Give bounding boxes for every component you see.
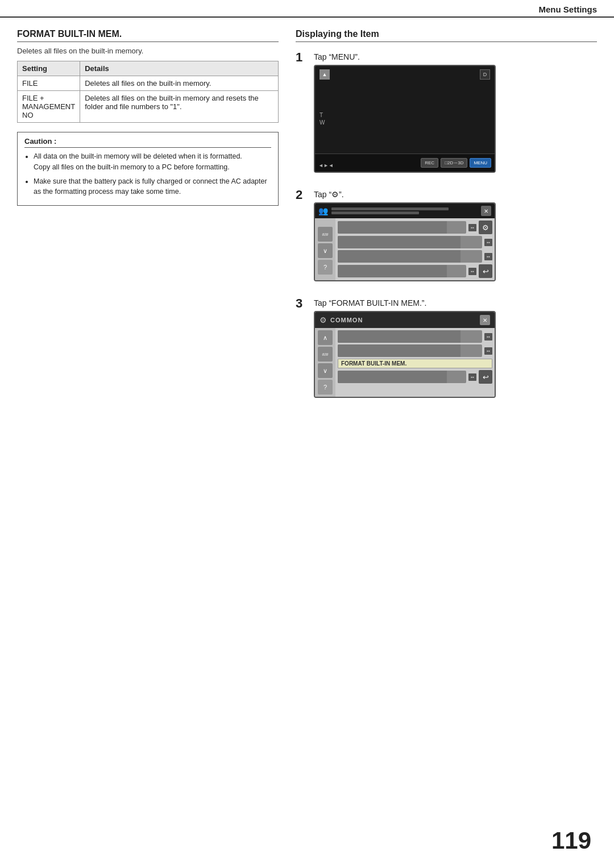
cam-tw-label: TW [320,111,325,126]
menu-close-btn[interactable]: ✕ [481,206,491,216]
nav-down-btn[interactable]: ∨ [318,243,333,258]
display-title: Displaying the Item [296,29,597,42]
caution-item-2: Make sure that the battery pack is fully… [34,176,271,198]
list-item: ▪▪ [338,236,492,248]
step-2: 2 Tap “⚙”. 👥 ✕ [296,188,597,290]
menu2-header: ⚙ COMMON ✕ [315,312,495,328]
nav-up-btn[interactable]: ∧ [318,330,333,345]
nav-question-btn-2[interactable]: ? [318,380,333,394]
list-item: ▪▪ [338,330,492,343]
nav-down-btn-2[interactable]: ∨ [318,363,333,378]
step-1-text: Tap “MENU”. [314,50,496,61]
col-details: Details [80,61,279,76]
nav-question-btn[interactable]: ? [318,260,333,275]
menu-item-bar [338,330,482,343]
list-item: ▪▪ [338,344,492,357]
step-3-num: 3 [296,297,308,310]
return-btn[interactable]: ↩ [479,264,492,278]
col-setting: Setting [18,61,80,76]
format-section-title: FORMAT BUILT-IN MEM. [17,29,279,42]
right-column: Displaying the Item 1 Tap “MENU”. ▲ D TW… [296,29,597,413]
main-content: FORMAT BUILT-IN MEM. Deletes all files o… [0,18,614,424]
nav-counter-btn[interactable]: #/# [318,227,333,242]
menu-header-bar [331,207,449,210]
cam-bottom-bar: ◄►◄ REC □2D↔3D MENU [315,153,495,172]
table-row: FILE Deletes all files on the built-in m… [18,76,279,91]
cam-rec-btn[interactable]: REC [421,158,438,168]
menu-item-badge: ▪▪ [468,268,476,275]
menu-item-badge: ▪▪ [468,373,476,381]
menu-item-bar [338,236,482,248]
caution-item-1: All data on the built-in memory will be … [34,151,271,173]
cam-top-left-icon: ▲ [320,69,330,80]
nav-counter-btn-2[interactable]: #/# [318,347,333,362]
menu-header-bars [331,207,478,214]
return-btn-2[interactable]: ↩ [479,370,492,384]
person-icon: 👥 [318,206,328,215]
table-row: FILE + MANAGEMENT NO Deletes all files o… [18,91,279,123]
menu-body-1: #/# ∨ ? ▪▪ ⚙ [315,218,495,280]
gear-btn[interactable]: ⚙ [479,221,492,234]
step-1: 1 Tap “MENU”. ▲ D TW ◄►◄ REC □2D↔3D MENU [296,50,597,182]
header-bar: Menu Settings [0,0,614,18]
details-fileplus: Deletes all files on the built-in memory… [80,91,279,123]
setting-fileplus: FILE + MANAGEMENT NO [18,91,80,123]
menu-body-2: ∧ #/# ∨ ? ▪▪ [315,328,495,397]
format-subtitle: Deletes all files on the built-in memory… [17,47,279,55]
step-2-num: 2 [296,189,308,201]
menu-item-bar [338,221,466,234]
menu-item-bar [338,371,466,383]
gear-icon: ⚙ [320,315,327,325]
page-number: 119 [551,827,591,854]
menu-item-badge: ▪▪ [484,347,492,355]
header-title: Menu Settings [538,5,597,14]
menu-item-badge: ▪▪ [484,239,492,246]
list-item: ▪▪ ⚙ [338,221,492,234]
menu-screen-2: ⚙ COMMON ✕ ∧ #/# ∨ ? [314,311,496,398]
menu-screen-1: 👥 ✕ #/# ∨ ? [314,202,496,281]
menu-left-buttons: #/# ∨ ? [315,218,335,280]
left-column: FORMAT BUILT-IN MEM. Deletes all files o… [17,29,279,413]
menu-item-bar [338,265,466,277]
settings-table: Setting Details FILE Deletes all files o… [17,61,279,123]
common-label: COMMON [330,317,476,323]
menu-header-bar-2 [331,211,419,214]
caution-title: Caution : [24,137,271,148]
cam-playback-icon: ◄►◄ [318,163,334,168]
menu-items-list-2: ▪▪ ▪▪ FORMAT BUILT-IN MEM [335,328,495,397]
list-item: ▪▪ ↩ [338,370,492,384]
menu2-close-btn[interactable]: ✕ [480,315,490,325]
menu-header-1: 👥 ✕ [315,203,495,218]
menu-items-list-1: ▪▪ ⚙ ▪▪ [335,218,495,280]
menu-item-badge: ▪▪ [468,224,476,231]
setting-file: FILE [18,76,80,91]
menu-item-bar [338,250,482,263]
list-item-format[interactable]: FORMAT BUILT-IN MEM. [338,359,492,368]
list-item: ▪▪ [338,250,492,263]
format-menu-item[interactable]: FORMAT BUILT-IN MEM. [338,359,492,368]
caution-box: Caution : All data on the built-in memor… [17,132,279,206]
step-2-text: Tap “⚙”. [314,188,496,199]
list-item: ▪▪ ↩ [338,264,492,278]
cam-bottom-left: ◄►◄ [318,160,334,169]
menu-item-badge: ▪▪ [484,253,492,260]
details-file: Deletes all files on the built-in memory… [80,76,279,91]
step-1-num: 1 [296,51,308,64]
caution-list: All data on the built-in memory will be … [24,151,271,197]
cam-menu-btn[interactable]: MENU [470,158,491,168]
cam-2d3d-btn[interactable]: □2D↔3D [441,158,467,168]
menu-left-buttons-2: ∧ #/# ∨ ? [315,328,335,397]
cam-top-right-icon: D [480,69,490,80]
step-3-text: Tap “FORMAT BUILT-IN MEM.”. [314,296,496,308]
menu-item-badge: ▪▪ [484,333,492,340]
step-3: 3 Tap “FORMAT BUILT-IN MEM.”. ⚙ COMMON ✕… [296,296,597,407]
camera-screen-1: ▲ D TW ◄►◄ REC □2D↔3D MENU [314,65,496,173]
menu-item-bar [338,344,482,357]
